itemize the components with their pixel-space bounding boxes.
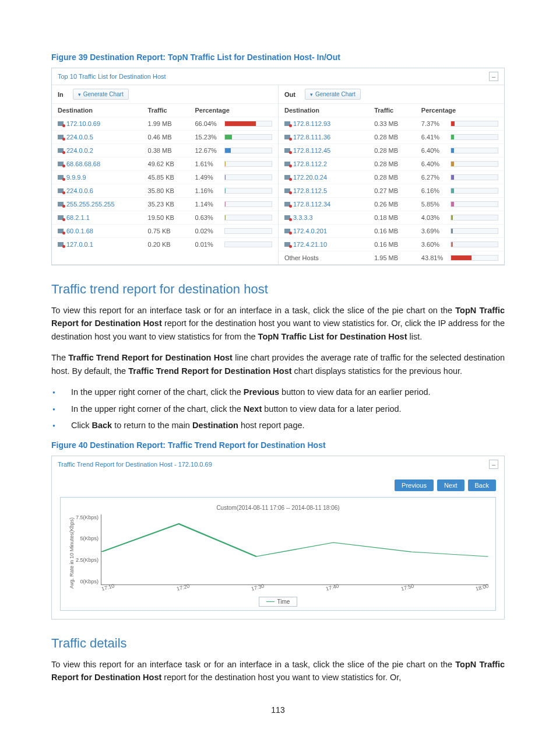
destination-ip-link[interactable]: 127.0.0.1 [58, 241, 148, 248]
traffic-value: 0.16 MB [374, 228, 421, 235]
host-icon [58, 135, 64, 139]
percentage-bar [451, 148, 498, 153]
destination-ip-link[interactable]: 9.9.9.9 [58, 174, 148, 181]
table-row: 172.10.0.691.99 MB66.04% [52, 117, 278, 130]
destination-ip-link[interactable]: 172.8.112.34 [284, 201, 374, 208]
table-row: 9.9.9.945.85 KB1.49% [52, 170, 278, 184]
percentage-value: 12.67% [195, 147, 220, 154]
destination-ip-link[interactable]: 172.4.21.10 [284, 241, 374, 248]
table-row: 172.8.112.450.28 MB6.40% [279, 144, 504, 157]
traffic-trend-panel: Traffic Trend Report for Destination Hos… [51, 456, 505, 620]
percentage-value: 7.37% [421, 120, 446, 127]
panel-title-text: Traffic Trend Report for Destination Hos… [58, 461, 212, 468]
traffic-value: 1.95 MB [374, 254, 421, 261]
table-row: 255.255.255.25535.23 KB1.14% [52, 197, 278, 211]
collapse-icon[interactable]: – [489, 460, 498, 469]
traffic-value: 0.26 MB [374, 201, 421, 208]
table-row: 68.68.68.6849.62 KB1.61% [52, 157, 278, 170]
destination-ip-link[interactable]: 224.0.0.6 [58, 187, 148, 194]
traffic-value: 19.50 KB [148, 214, 195, 221]
destination-ip-link[interactable]: 3.3.3.3 [284, 214, 374, 221]
destination-ip-link[interactable]: 224.0.0.5 [58, 134, 148, 141]
percentage-value: 5.85% [421, 201, 446, 208]
percentage-bar [451, 215, 498, 220]
table-row: 172.8.112.50.27 MB6.16% [279, 184, 504, 197]
destination-ip-link[interactable]: 68.68.68.68 [58, 160, 148, 167]
host-icon [284, 135, 290, 139]
traffic-value: 35.23 KB [148, 201, 195, 208]
col-header-percentage: Percentage [421, 107, 498, 114]
percentage-value: 0.02% [195, 228, 220, 235]
host-icon [58, 215, 64, 220]
percentage-bar [451, 201, 498, 207]
percentage-bar [451, 188, 498, 194]
traffic-value: 0.18 MB [374, 214, 421, 221]
destination-ip-link[interactable]: 224.0.0.2 [58, 147, 148, 154]
col-header-destination: Destination [284, 107, 374, 114]
table-row: 224.0.0.50.46 MB15.23% [52, 130, 278, 144]
percentage-value: 43.81% [421, 254, 446, 261]
generate-chart-in-button[interactable]: Generate Chart [73, 89, 129, 100]
host-icon [58, 202, 64, 206]
traffic-value: 0.75 KB [148, 228, 195, 235]
section-heading-traffic-trend: Traffic trend report for destination hos… [51, 282, 505, 297]
table-row: 172.4.21.100.16 MB3.60% [279, 237, 504, 251]
table-row: 224.0.0.635.80 KB1.16% [52, 184, 278, 197]
y-axis-label: Avg. Rate in 10 Minutes(Kbps) [68, 514, 76, 592]
destination-ip-link[interactable]: 172.20.0.24 [284, 174, 374, 181]
traffic-value: 0.27 MB [374, 187, 421, 194]
destination-ip-link[interactable]: 172.10.0.69 [58, 120, 148, 127]
host-icon [58, 162, 64, 166]
percentage-bar [224, 174, 272, 180]
traffic-value: 0.28 MB [374, 160, 421, 167]
destination-ip-link[interactable]: 172.8.112.45 [284, 147, 374, 154]
back-button[interactable]: Back [468, 480, 496, 491]
percentage-bar [224, 228, 272, 234]
destination-ip-link[interactable]: 172.8.112.93 [284, 120, 374, 127]
destination-ip-link[interactable]: 172.4.0.201 [284, 228, 374, 235]
in-label: In [58, 91, 64, 98]
section-heading-traffic-details: Traffic details [51, 636, 505, 651]
table-row: 60.0.1.680.75 KB0.02% [52, 224, 278, 237]
line-chart-plot [101, 514, 488, 585]
traffic-value: 0.16 MB [374, 241, 421, 248]
destination-ip-link[interactable]: 68.2.1.1 [58, 214, 148, 221]
percentage-bar [451, 255, 498, 261]
previous-button[interactable]: Previous [395, 480, 434, 491]
figure-39-caption: Figure 39 Destination Report: TopN Traff… [51, 52, 505, 62]
destination-ip-link[interactable]: 60.0.1.68 [58, 228, 148, 235]
percentage-bar [451, 242, 498, 247]
host-icon [284, 229, 290, 233]
bullet-item: In the upper right corner of the chart, … [51, 386, 505, 398]
next-button[interactable]: Next [437, 480, 464, 491]
percentage-bar [451, 121, 498, 127]
host-icon [58, 242, 64, 247]
host-icon [58, 148, 64, 153]
collapse-icon[interactable]: – [489, 72, 498, 81]
host-icon [284, 121, 290, 126]
body-paragraph: The Traffic Trend Report for Destination… [51, 351, 505, 377]
percentage-bar [224, 188, 272, 194]
figure-40-caption: Figure 40 Destination Report: Traffic Tr… [51, 440, 505, 450]
destination-ip-link[interactable]: 172.8.111.36 [284, 134, 374, 141]
other-hosts-label: Other Hosts [284, 254, 374, 261]
host-icon [58, 188, 64, 193]
host-icon [284, 162, 290, 166]
percentage-bar [224, 161, 272, 167]
destination-ip-link[interactable]: 255.255.255.255 [58, 201, 148, 208]
generate-chart-out-button[interactable]: Generate Chart [305, 89, 361, 100]
destination-ip-link[interactable]: 172.8.112.2 [284, 160, 374, 167]
table-row: 172.8.112.930.33 MB7.37% [279, 117, 504, 130]
percentage-value: 0.63% [195, 214, 220, 221]
chart-legend: Time [259, 597, 298, 607]
traffic-value: 49.62 KB [148, 160, 195, 167]
table-row: 224.0.0.20.38 MB12.67% [52, 144, 278, 157]
col-header-destination: Destination [58, 107, 148, 114]
percentage-value: 3.69% [421, 228, 446, 235]
body-paragraph: To view this report for an interface tas… [51, 304, 505, 343]
y-tick: 0(Kbps) [76, 579, 98, 584]
table-row: 172.4.0.2010.16 MB3.69% [279, 224, 504, 237]
destination-ip-link[interactable]: 172.8.112.5 [284, 187, 374, 194]
percentage-bar [224, 215, 272, 220]
y-tick: 2.5(Kbps) [76, 557, 98, 563]
